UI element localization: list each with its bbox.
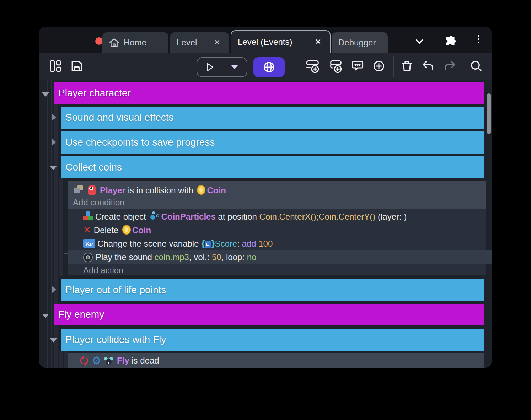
group-title: Use checkpoints to save progress [65,137,215,148]
tab-debugger[interactable]: Debugger [332,32,388,53]
condition-row-collision[interactable]: Player is in collision with Coin [68,184,490,196]
object-name: Coin [207,185,226,195]
project-manager-icon [49,59,62,73]
delete-button[interactable] [399,58,415,74]
volume-value: 50 [212,252,221,262]
action-row-delete[interactable]: ✕ Delete Coin [68,223,492,237]
group-rail [64,351,68,368]
tab-debugger-label: Debugger [338,38,376,48]
open-project-manager-button[interactable] [48,58,63,74]
add-comment-button[interactable] [350,58,365,74]
toolbar [39,53,492,80]
brace-icon: { [201,238,205,249]
indent-guide [51,80,52,368]
add-event-icon [306,59,320,73]
group-title: Player collides with Fly [65,334,166,345]
window-menu-button[interactable] [476,34,481,49]
add-condition-button[interactable]: Add condition [68,197,490,208]
fly-object-icon [103,356,114,365]
group-rail [59,178,63,276]
toolbar-divider [463,56,463,77]
action-row-create-object[interactable]: Create object CoinParticles at position … [68,210,492,223]
home-icon [109,38,119,48]
desktop-background: Home Level ✕ Level (Events) ✕ Debugger [0,0,531,420]
variable-icon: Var [83,239,95,248]
close-tab-icon[interactable]: ✕ [313,37,323,47]
group-title: Collect coins [65,162,122,173]
behavior-arrows-icon [79,355,90,366]
operation: add [242,239,256,248]
add-subevent-button[interactable] [328,58,343,74]
collision-icon [74,185,84,195]
gdevelop-window: Home Level ✕ Level (Events) ✕ Debugger [39,27,492,368]
expand-group-toggle[interactable] [52,114,56,121]
close-window-button[interactable] [95,37,103,45]
group-title: Fly enemy [58,309,104,320]
extensions-button[interactable] [443,34,458,49]
gear-behavior-icon: ⚙ [92,356,101,366]
collapse-group-toggle[interactable] [42,92,49,97]
search-button[interactable] [468,58,484,74]
condition-text: is in collision with [125,185,195,195]
event-group-sound-effects[interactable]: Sound and visual effects [61,107,484,129]
action-row-play-sound[interactable]: Play the sound coin.mp3, vol.: 50, loop:… [68,250,492,264]
caret-down-icon [231,65,238,69]
tab-home[interactable]: Home [102,32,168,53]
chevron-down-icon [414,36,425,47]
player-object-icon [88,185,96,195]
group-rail [59,351,63,368]
tab-level-events-label: Level (Events) [238,37,292,47]
object-name: Player [100,185,125,195]
preview-options-button[interactable] [222,58,247,76]
redo-button[interactable] [442,58,457,74]
toolbar-divider [393,56,394,77]
tab-level-events[interactable]: Level (Events) ✕ [231,30,331,53]
event-group-collect-coins[interactable]: Collect coins [61,156,484,178]
add-action-button[interactable]: Add action [68,265,492,276]
scene-variable-icon [205,241,211,248]
expression: Coin.CenterX();Coin.CenterY() [259,212,376,221]
save-button[interactable] [69,58,85,74]
event-group-fly-collide[interactable]: Player collides with Fly [61,329,484,351]
expand-group-toggle[interactable] [52,139,56,146]
group-title: Sound and visual effects [65,112,174,123]
titlebar: Home Level ✕ Level (Events) ✕ Debugger [39,27,492,53]
event-group-fly-enemy[interactable]: Fly enemy [54,304,484,325]
network-preview-button[interactable] [253,57,285,77]
tab-list-chevron-button[interactable] [412,34,427,49]
indent-guide [43,80,43,368]
play-icon [204,62,215,72]
add-subevent-icon [329,59,342,73]
expand-group-toggle[interactable] [52,286,56,293]
selected-event[interactable]: Player is in collision with Coin Add con… [68,181,486,275]
object-name: Coin [132,225,151,235]
vertical-scrollbar[interactable] [487,93,491,134]
globe-icon [263,61,275,74]
trash-icon [401,59,413,73]
brace-icon: } [211,238,215,249]
event-group-life-points[interactable]: Player out of life points [61,279,484,301]
launch-preview-button[interactable] [197,58,222,76]
action-row-change-variable[interactable]: Var Change the scene variable {}Score: a… [68,237,492,250]
tab-level-label: Level [177,38,197,48]
puzzle-icon [444,35,457,48]
collapse-group-toggle[interactable] [50,338,57,343]
save-icon [70,59,83,73]
choose-add-button[interactable] [371,58,387,74]
condition-text: is dead [129,356,159,365]
condition-row-fly-dead[interactable]: ⚙ Fly is dead [68,353,484,368]
collapse-group-toggle[interactable] [42,314,49,318]
undo-icon [422,59,435,73]
collapse-group-toggle[interactable] [50,166,57,170]
particles-object-icon [150,211,160,221]
loop-value: no [247,252,257,262]
coin-object-icon [197,185,205,195]
close-tab-icon[interactable]: ✕ [212,37,222,48]
event-group-player-character[interactable]: Player character [54,82,484,104]
event-group-checkpoints[interactable]: Use checkpoints to save progress [61,131,484,154]
undo-button[interactable] [420,58,436,74]
tab-level[interactable]: Level ✕ [170,32,229,53]
add-event-button[interactable] [305,58,321,74]
delete-cross-icon: ✕ [83,225,91,236]
redo-icon [443,59,456,73]
